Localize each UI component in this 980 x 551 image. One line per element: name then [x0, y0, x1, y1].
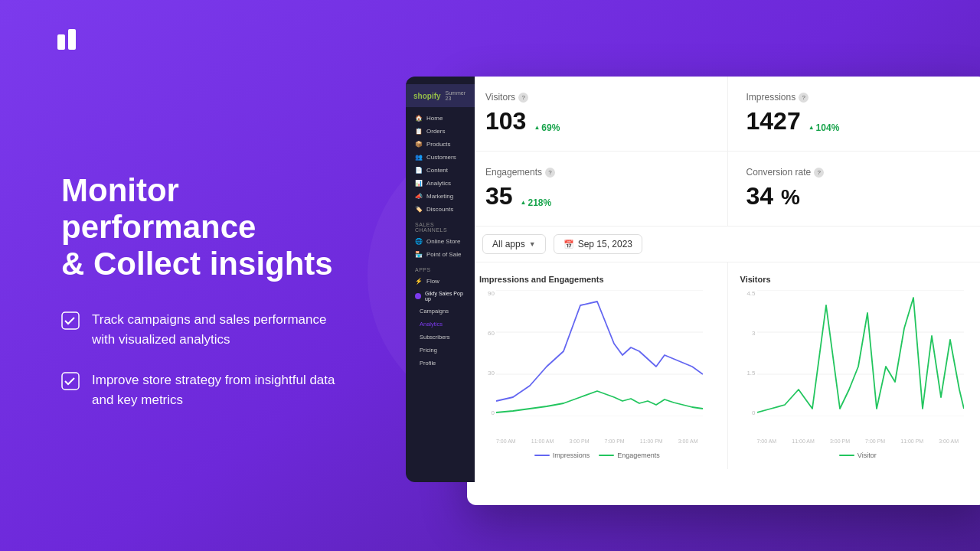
stat-card-impressions: Impressions ? 1427 104% [728, 77, 981, 151]
sidebar-nav-products[interactable]: 📦 Products [412, 138, 469, 151]
all-apps-label: All apps [492, 239, 525, 249]
stats-row-top: Visitors ? 103 69% Impressions ? 14 [467, 77, 980, 152]
sidebar-label-gikfy: Gikfy Sales Pop up [425, 291, 466, 302]
stat-label-engagements: Engagements ? [485, 167, 709, 178]
calendar-icon: 📅 [564, 240, 574, 249]
stats-row-bottom: Engagements ? 35 218% Conversion rate ? [467, 152, 980, 227]
shopify-header: shopify Summer 23 [406, 84, 475, 107]
sidebar-nav-flow[interactable]: ⚡ Flow [412, 275, 469, 288]
sidebar-label-analytics: Analytics [426, 180, 451, 187]
impressions-chart-svg [496, 290, 703, 416]
chart-title-visitors: Visitors [740, 275, 976, 284]
chart-area-visitors: 01.534.5 [740, 290, 976, 432]
legend-engagements: Engagements [599, 452, 660, 459]
impressions-badge: 104% [808, 122, 840, 133]
impressions-help-icon[interactable]: ? [799, 93, 808, 103]
analytics-panel: Visitors ? 103 69% Impressions ? 14 [467, 77, 980, 505]
shopify-brand: shopify [413, 92, 441, 100]
chart-panel-visitors: Visitors 01.534.5 [728, 262, 981, 469]
sidebar-sublabel-campaigns: Campaigns [420, 308, 449, 315]
sidebar-subnav-subscribers[interactable]: Subscribers [412, 331, 469, 344]
sidebar-nav-analytics[interactable]: 📊 Analytics [412, 177, 469, 190]
sidebar-label-products: Products [426, 141, 451, 148]
chart-area-impressions: 0306090 [479, 290, 715, 432]
stat-label-visitors: Visitors ? [485, 92, 709, 103]
conversion-unit: % [781, 185, 800, 210]
feature-list: Track campaigns and sales performance wi… [61, 310, 352, 409]
sidebar-nav-orders[interactable]: 📋 Orders [412, 125, 469, 138]
left-panel: Monitor performance & Collect insights T… [0, 0, 398, 551]
sidebar-label-content: Content [426, 167, 448, 174]
sidebar-label-home: Home [426, 115, 443, 122]
stat-label-conversion: Conversion rate ? [746, 167, 970, 178]
shopify-sidebar: shopify Summer 23 🏠 Home 📋 Orders 📦 Prod… [406, 77, 475, 482]
sidebar-sublabel-profile: Profile [420, 360, 436, 367]
sidebar-subnav-profile[interactable]: Profile [412, 357, 469, 370]
sidebar-subnav-analytics[interactable]: Analytics [412, 318, 469, 331]
sidebar-sublabel-pricing: Pricing [420, 347, 437, 354]
feature-item-2: Improve store strategy from insightful d… [61, 370, 352, 409]
stat-value-engagements: 35 218% [485, 182, 709, 210]
sidebar-nav-discounts[interactable]: 🏷️ Discounts [412, 203, 469, 216]
sidebar-nav-home[interactable]: 🏠 Home [412, 112, 469, 125]
visitors-badge: 69% [534, 122, 560, 133]
legend-dot-impressions [534, 455, 550, 456]
sidebar-nav-content[interactable]: 📄 Content [412, 164, 469, 177]
engagements-badge: 218% [521, 197, 552, 208]
filter-bar: All apps ▼ 📅 Sep 15, 2023 [467, 227, 980, 262]
feature-text-2: Improve store strategy from insightful d… [92, 370, 352, 409]
feature-text-1: Track campaigns and sales performance wi… [92, 310, 352, 349]
legend-impressions: Impressions [534, 452, 590, 459]
legend-dot-engagements [599, 455, 614, 456]
legend-visitors: Visitor [839, 452, 877, 459]
charts-row: Impressions and Engagements 0306090 [467, 262, 980, 469]
sidebar-nav-online-store[interactable]: 🌐 Online Store [412, 235, 469, 248]
shopify-store-name: Summer 23 [446, 90, 467, 101]
sidebar-sublabel-analytics: Analytics [420, 321, 443, 328]
sidebar-subnav-campaigns[interactable]: Campaigns [412, 305, 469, 318]
stat-value-conversion: 34 % [746, 182, 970, 210]
feature-item-1: Track campaigns and sales performance wi… [61, 310, 352, 349]
stat-card-visitors: Visitors ? 103 69% [467, 77, 728, 151]
chart-legend-visitors: Visitor [740, 452, 976, 459]
sidebar-nav-pos[interactable]: 🏪 Point of Sale [412, 248, 469, 261]
sidebar-label-orders: Orders [426, 128, 445, 135]
visitors-help-icon[interactable]: ? [518, 93, 528, 103]
sidebar-label-customers: Customers [426, 154, 456, 161]
date-filter[interactable]: 📅 Sep 15, 2023 [554, 234, 642, 254]
sidebar-label-flow: Flow [426, 278, 439, 285]
engagements-help-icon[interactable]: ? [545, 168, 555, 178]
sidebar-label-marketing: Marketing [426, 193, 453, 200]
chevron-down-icon: ▼ [529, 240, 536, 248]
all-apps-filter[interactable]: All apps ▼ [482, 234, 546, 254]
sidebar-nav-customers[interactable]: 👥 Customers [412, 151, 469, 164]
chart-legend-impressions: Impressions Engagements [479, 452, 715, 459]
gikfy-dot-icon [415, 293, 421, 299]
check-icon-1 [61, 311, 80, 330]
legend-dot-visitors [839, 455, 854, 456]
sidebar-label-pos: Point of Sale [426, 251, 461, 258]
y-axis-impressions: 0306090 [479, 290, 495, 416]
visitors-chart-svg [757, 290, 964, 416]
stat-card-engagements: Engagements ? 35 218% [467, 152, 728, 226]
legend-label-visitors: Visitor [858, 452, 877, 459]
y-axis-visitors: 01.534.5 [740, 290, 756, 416]
stat-label-impressions: Impressions ? [746, 92, 970, 103]
sidebar-subnav-pricing[interactable]: Pricing [412, 344, 469, 357]
conversion-help-icon[interactable]: ? [814, 168, 824, 178]
sidebar-section-sales: Sales channels [412, 216, 469, 235]
x-axis-visitors: 7:00 AM11:00 AM3:00 PM7:00 PM11:00 PM3:0… [740, 439, 976, 444]
stat-value-impressions: 1427 104% [746, 107, 970, 135]
sidebar-nav-marketing[interactable]: 📣 Marketing [412, 190, 469, 203]
dashboard-wrapper: shopify Summer 23 🏠 Home 📋 Orders 📦 Prod… [406, 77, 980, 505]
x-axis-impressions: 7:00 AM11:00 AM3:00 PM7:00 PM11:00 PM3:0… [479, 439, 715, 444]
sidebar-label-online-store: Online Store [426, 238, 460, 245]
sidebar-section-apps: Apps [412, 261, 469, 275]
sidebar-nav: 🏠 Home 📋 Orders 📦 Products 👥 Customers 📄 [406, 112, 475, 370]
legend-label-engagements: Engagements [617, 452, 660, 459]
check-icon-2 [61, 372, 80, 390]
chart-title-impressions: Impressions and Engagements [479, 275, 715, 284]
stat-value-visitors: 103 69% [485, 107, 709, 135]
sidebar-label-discounts: Discounts [426, 206, 453, 213]
sidebar-nav-gikfy[interactable]: Gikfy Sales Pop up [412, 288, 469, 305]
